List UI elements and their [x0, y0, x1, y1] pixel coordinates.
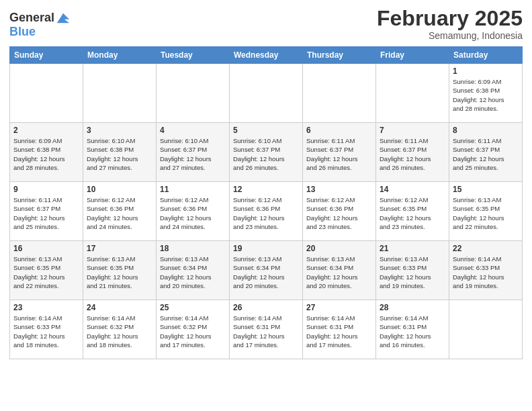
calendar-cell: 22Sunrise: 6:14 AM Sunset: 6:33 PM Dayli…	[449, 241, 523, 300]
day-number: 7	[380, 126, 445, 135]
weekday-header-wednesday: Wednesday	[230, 47, 303, 64]
day-number: 21	[380, 244, 445, 253]
calendar-cell	[376, 64, 449, 123]
calendar-cell: 19Sunrise: 6:13 AM Sunset: 6:34 PM Dayli…	[230, 241, 303, 300]
calendar-week-2: 9Sunrise: 6:11 AM Sunset: 6:37 PM Daylig…	[10, 182, 523, 241]
day-info: Sunrise: 6:10 AM Sunset: 6:37 PM Dayligh…	[160, 136, 226, 172]
day-info: Sunrise: 6:14 AM Sunset: 6:31 PM Dayligh…	[233, 314, 299, 349]
logo-icon	[56, 11, 71, 26]
day-info: Sunrise: 6:13 AM Sunset: 6:35 PM Dayligh…	[87, 255, 152, 290]
day-info: Sunrise: 6:12 AM Sunset: 6:36 PM Dayligh…	[160, 195, 226, 231]
calendar-cell: 28Sunrise: 6:14 AM Sunset: 6:31 PM Dayli…	[376, 300, 449, 359]
day-info: Sunrise: 6:13 AM Sunset: 6:34 PM Dayligh…	[233, 255, 299, 290]
day-info: Sunrise: 6:11 AM Sunset: 6:37 PM Dayligh…	[380, 136, 445, 172]
calendar-week-3: 16Sunrise: 6:13 AM Sunset: 6:35 PM Dayli…	[10, 241, 523, 300]
day-number: 15	[453, 185, 519, 194]
day-number: 13	[306, 185, 372, 194]
day-number: 26	[233, 303, 299, 312]
calendar-cell: 1Sunrise: 6:09 AM Sunset: 6:38 PM Daylig…	[449, 64, 523, 123]
header: General Blue February 2025 Semamung, Ind…	[9, 7, 523, 41]
calendar-cell: 14Sunrise: 6:12 AM Sunset: 6:35 PM Dayli…	[376, 182, 449, 241]
calendar-week-0: 1Sunrise: 6:09 AM Sunset: 6:38 PM Daylig…	[10, 64, 523, 123]
day-number: 5	[233, 126, 299, 135]
weekday-header-friday: Friday	[376, 47, 449, 64]
calendar-cell	[303, 64, 376, 123]
title-area: February 2025 Semamung, Indonesia	[377, 7, 523, 41]
day-info: Sunrise: 6:14 AM Sunset: 6:31 PM Dayligh…	[380, 314, 445, 349]
day-number: 12	[233, 185, 299, 194]
calendar-week-4: 23Sunrise: 6:14 AM Sunset: 6:33 PM Dayli…	[10, 300, 523, 359]
day-info: Sunrise: 6:12 AM Sunset: 6:35 PM Dayligh…	[380, 195, 445, 231]
logo: General Blue	[9, 11, 71, 39]
day-number: 4	[160, 126, 226, 135]
day-info: Sunrise: 6:13 AM Sunset: 6:33 PM Dayligh…	[380, 255, 445, 290]
calendar-cell: 7Sunrise: 6:11 AM Sunset: 6:37 PM Daylig…	[376, 123, 449, 182]
day-info: Sunrise: 6:13 AM Sunset: 6:35 PM Dayligh…	[453, 195, 519, 231]
calendar-cell: 23Sunrise: 6:14 AM Sunset: 6:33 PM Dayli…	[10, 300, 83, 359]
calendar-cell: 6Sunrise: 6:11 AM Sunset: 6:37 PM Daylig…	[303, 123, 376, 182]
day-number: 28	[380, 303, 445, 312]
day-number: 16	[13, 244, 79, 253]
svg-marker-0	[57, 13, 69, 24]
calendar-cell	[83, 64, 157, 123]
day-number: 18	[160, 244, 226, 253]
day-info: Sunrise: 6:11 AM Sunset: 6:37 PM Dayligh…	[453, 136, 519, 172]
calendar-cell	[10, 64, 83, 123]
page: General Blue February 2025 Semamung, Ind…	[0, 0, 532, 369]
calendar-week-1: 2Sunrise: 6:09 AM Sunset: 6:38 PM Daylig…	[10, 123, 523, 182]
day-number: 11	[160, 185, 226, 194]
logo-text2: Blue	[9, 26, 71, 39]
day-info: Sunrise: 6:12 AM Sunset: 6:36 PM Dayligh…	[87, 195, 152, 231]
day-number: 19	[233, 244, 299, 253]
day-number: 9	[13, 185, 79, 194]
calendar-cell: 9Sunrise: 6:11 AM Sunset: 6:37 PM Daylig…	[10, 182, 83, 241]
weekday-header-saturday: Saturday	[449, 47, 523, 64]
calendar-cell: 17Sunrise: 6:13 AM Sunset: 6:35 PM Dayli…	[83, 241, 157, 300]
calendar-cell: 27Sunrise: 6:14 AM Sunset: 6:31 PM Dayli…	[303, 300, 376, 359]
calendar-cell	[449, 300, 523, 359]
calendar-cell: 8Sunrise: 6:11 AM Sunset: 6:37 PM Daylig…	[449, 123, 523, 182]
calendar-cell: 15Sunrise: 6:13 AM Sunset: 6:35 PM Dayli…	[449, 182, 523, 241]
location: Semamung, Indonesia	[377, 30, 523, 41]
day-number: 2	[13, 126, 79, 135]
day-info: Sunrise: 6:14 AM Sunset: 6:33 PM Dayligh…	[453, 255, 519, 290]
calendar-cell: 10Sunrise: 6:12 AM Sunset: 6:36 PM Dayli…	[83, 182, 157, 241]
calendar-cell: 2Sunrise: 6:09 AM Sunset: 6:38 PM Daylig…	[10, 123, 83, 182]
calendar-cell	[157, 64, 230, 123]
calendar-cell	[230, 64, 303, 123]
day-info: Sunrise: 6:11 AM Sunset: 6:37 PM Dayligh…	[13, 195, 79, 231]
calendar-cell: 24Sunrise: 6:14 AM Sunset: 6:32 PM Dayli…	[83, 300, 157, 359]
calendar: SundayMondayTuesdayWednesdayThursdayFrid…	[9, 46, 523, 359]
day-number: 10	[87, 185, 152, 194]
day-number: 20	[306, 244, 372, 253]
weekday-header-monday: Monday	[83, 47, 157, 64]
calendar-cell: 11Sunrise: 6:12 AM Sunset: 6:36 PM Dayli…	[157, 182, 230, 241]
day-number: 6	[306, 126, 372, 135]
day-number: 25	[160, 303, 226, 312]
day-number: 14	[380, 185, 445, 194]
calendar-cell: 5Sunrise: 6:10 AM Sunset: 6:37 PM Daylig…	[230, 123, 303, 182]
day-number: 27	[306, 303, 372, 312]
day-info: Sunrise: 6:10 AM Sunset: 6:38 PM Dayligh…	[87, 136, 152, 172]
day-info: Sunrise: 6:13 AM Sunset: 6:35 PM Dayligh…	[13, 255, 79, 290]
day-number: 8	[453, 126, 519, 135]
day-info: Sunrise: 6:12 AM Sunset: 6:36 PM Dayligh…	[233, 195, 299, 231]
calendar-cell: 4Sunrise: 6:10 AM Sunset: 6:37 PM Daylig…	[157, 123, 230, 182]
weekday-header-row: SundayMondayTuesdayWednesdayThursdayFrid…	[10, 47, 523, 64]
weekday-header-thursday: Thursday	[303, 47, 376, 64]
calendar-cell: 3Sunrise: 6:10 AM Sunset: 6:38 PM Daylig…	[83, 123, 157, 182]
day-info: Sunrise: 6:13 AM Sunset: 6:34 PM Dayligh…	[160, 255, 226, 290]
day-info: Sunrise: 6:14 AM Sunset: 6:33 PM Dayligh…	[13, 314, 79, 349]
weekday-header-tuesday: Tuesday	[157, 47, 230, 64]
day-number: 3	[87, 126, 152, 135]
day-info: Sunrise: 6:10 AM Sunset: 6:37 PM Dayligh…	[233, 136, 299, 172]
calendar-cell: 21Sunrise: 6:13 AM Sunset: 6:33 PM Dayli…	[376, 241, 449, 300]
day-number: 22	[453, 244, 519, 253]
calendar-cell: 16Sunrise: 6:13 AM Sunset: 6:35 PM Dayli…	[10, 241, 83, 300]
calendar-cell: 26Sunrise: 6:14 AM Sunset: 6:31 PM Dayli…	[230, 300, 303, 359]
day-info: Sunrise: 6:14 AM Sunset: 6:32 PM Dayligh…	[87, 314, 152, 349]
day-info: Sunrise: 6:11 AM Sunset: 6:37 PM Dayligh…	[306, 136, 372, 172]
weekday-header-sunday: Sunday	[10, 47, 83, 64]
day-info: Sunrise: 6:09 AM Sunset: 6:38 PM Dayligh…	[13, 136, 79, 172]
logo-text: General	[9, 11, 54, 25]
